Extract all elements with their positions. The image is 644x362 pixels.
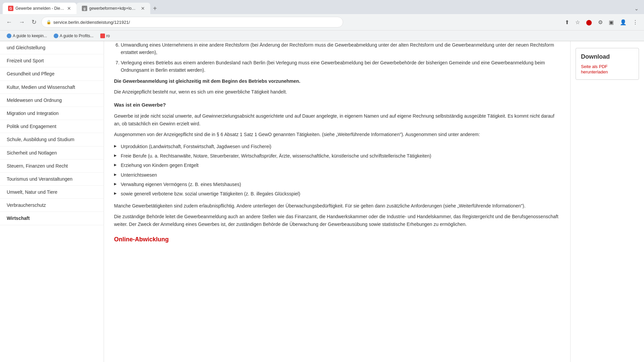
bookmark-1-label: A guide to keepin... — [13, 34, 47, 38]
bullet-list: Urproduktion (Landwirtschaft, Forstwirts… — [114, 142, 560, 199]
sub-paragraph: Die Anzeigepflicht besteht nur, wenn es … — [114, 88, 560, 96]
sidebar-item-wirtschaft[interactable]: Wirtschaft — [0, 212, 104, 225]
profile-icon[interactable]: 👤 — [618, 18, 629, 27]
bookmark-2-label: A guide to Profits... — [60, 34, 94, 38]
erlaubnis-paragraph: Manche Gewerbetätigkeiten sind zudem erl… — [114, 202, 560, 209]
exempt-intro: Ausgenommen von der Anzeigepflicht sind … — [114, 131, 560, 138]
address-input[interactable] — [53, 20, 338, 25]
bullet-item-4: Verwaltung eigenen Vermögens (z. B. eine… — [114, 180, 560, 189]
sidebar-item-gleichstellung[interactable]: und Gleichstellung — [0, 41, 104, 54]
list-item-7: Verlegung eines Betriebs aus einem ander… — [121, 59, 560, 74]
address-bar-row: ← → ↻ 🔒 ⬆ ☆ ⬤ ⚙ ▣ 👤 ⋮ — [0, 14, 644, 30]
bold-paragraph: Die Gewerbeanmeldung ist gleichzeitig mi… — [114, 77, 560, 85]
sidebar-item-meldewesen[interactable]: Meldewesen und Ordnung — [0, 94, 104, 107]
what-is-heading: Was ist ein Gewerbe? — [114, 101, 560, 109]
left-sidebar: und Gleichstellung Freizeit und Sport Ge… — [0, 41, 104, 362]
lock-icon: 🔒 — [46, 20, 51, 24]
share-icon[interactable]: ⬆ — [563, 18, 571, 27]
tab-1-favicon: G — [8, 6, 13, 11]
online-heading: Online-Abwicklung — [114, 235, 560, 244]
sidebar-item-schule[interactable]: Schule, Ausbildung und Studium — [0, 133, 104, 146]
content-body: Umwandlung eines Unternehmens in eine an… — [114, 41, 560, 244]
tab-2-favicon: g — [82, 6, 87, 11]
new-tab-button[interactable]: + — [153, 5, 157, 12]
tab-bar: G Gewerbe anmelden - Dienstlei... ✕ g ge… — [0, 0, 644, 14]
bookmark-3-label: ro — [106, 34, 110, 38]
behoerde-paragraph: Die zuständige Behörde leitet die Gewerb… — [114, 213, 560, 228]
page-layout: und Gleichstellung Freizeit und Sport Ge… — [0, 41, 644, 362]
back-button[interactable]: ← — [4, 17, 14, 27]
tab-list-button[interactable]: ⌄ — [632, 4, 641, 13]
sidebar-item-verbraucherschutz[interactable]: Verbraucherschutz — [0, 199, 104, 212]
sidebar-item-freizeit[interactable]: Freizeit und Sport — [0, 54, 104, 67]
download-pdf-link[interactable]: Seite als PDF herunterladen — [581, 64, 608, 74]
right-sidebar: Download Seite als PDF herunterladen — [570, 41, 644, 362]
numbered-list: Umwandlung eines Unternehmens in eine an… — [114, 41, 560, 74]
tab-1[interactable]: G Gewerbe anmelden - Dienstlei... ✕ — [3, 3, 76, 14]
bookmark-icon[interactable]: ☆ — [573, 18, 582, 27]
bookmark-1-icon — [7, 34, 11, 38]
bookmark-3[interactable]: ro — [98, 33, 113, 39]
bookmark-1[interactable]: A guide to keepin... — [4, 33, 50, 39]
tab-1-close[interactable]: ✕ — [67, 6, 71, 11]
sidebar-item-gesundheit[interactable]: Gesundheit und Pflege — [0, 67, 104, 80]
forward-button[interactable]: → — [17, 17, 27, 27]
list-item-6: Umwandlung eines Unternehmens in eine an… — [121, 41, 560, 56]
sidebar-item-migration[interactable]: Migration und Integration — [0, 107, 104, 120]
sidebar-item-politik[interactable]: Politik und Engagement — [0, 120, 104, 133]
tab-2[interactable]: g gewerbeformen+kdp+low+con... ✕ — [76, 3, 150, 14]
browser-frame: G Gewerbe anmelden - Dienstlei... ✕ g ge… — [0, 0, 644, 41]
bullet-item-1: Freie Berufe (u. a. Rechtsanwälte, Notar… — [114, 151, 560, 161]
sidebar-item-umwelt[interactable]: Umwelt, Natur und Tiere — [0, 186, 104, 199]
main-content: Umwandlung eines Unternehmens in eine an… — [104, 41, 570, 362]
bullet-item-0: Urproduktion (Landwirtschaft, Forstwirts… — [114, 142, 560, 151]
tab-2-close[interactable]: ✕ — [141, 6, 145, 11]
extension-icon-3[interactable]: ▣ — [607, 18, 616, 27]
bookmark-2-icon — [54, 34, 58, 38]
bullet-item-3: Unterrichtswesen — [114, 170, 560, 180]
sidebar-item-kultur[interactable]: Kultur, Medien und Wissenschaft — [0, 81, 104, 94]
bullet-item-2: Erziehung von Kindern gegen Entgelt — [114, 161, 560, 170]
download-box: Download Seite als PDF herunterladen — [576, 48, 639, 80]
reload-button[interactable]: ↻ — [30, 17, 39, 27]
extension-icon-1[interactable]: ⬤ — [584, 18, 594, 27]
bookmarks-bar: A guide to keepin... A guide to Profits.… — [0, 30, 644, 41]
bullet-item-5: sowie generell verbotene bzw. sozial unw… — [114, 189, 560, 198]
bookmark-2[interactable]: A guide to Profits... — [51, 33, 96, 39]
download-title: Download — [581, 53, 634, 60]
what-is-paragraph: Gewerbe ist jede nicht sozial unwerte, a… — [114, 112, 560, 127]
sidebar-item-sicherheit[interactable]: Sicherheit und Notlagen — [0, 146, 104, 160]
sidebar-item-steuern[interactable]: Steuern, Finanzen und Recht — [0, 160, 104, 173]
bookmark-3-icon — [100, 34, 105, 38]
tab-2-label: gewerbeformen+kdp+low+con... — [89, 6, 138, 11]
tab-1-label: Gewerbe anmelden - Dienstlei... — [15, 6, 64, 11]
address-bar[interactable]: 🔒 — [41, 17, 343, 27]
sidebar-item-tourismus[interactable]: Tourismus und Veranstaltungen — [0, 173, 104, 186]
extension-icon-2[interactable]: ⚙ — [596, 18, 605, 27]
menu-icon[interactable]: ⋮ — [631, 18, 640, 27]
toolbar-icons: ⬆ ☆ ⬤ ⚙ ▣ 👤 ⋮ — [563, 18, 640, 27]
